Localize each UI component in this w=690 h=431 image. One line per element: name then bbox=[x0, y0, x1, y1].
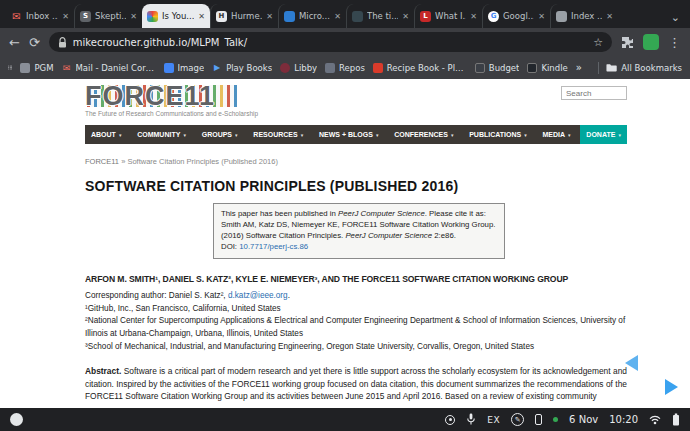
bookmark-star-icon[interactable]: ☆ bbox=[593, 36, 603, 49]
site-header: FORCE11 The Future of Research Communica… bbox=[85, 83, 627, 123]
nav-label: GROUPS bbox=[202, 131, 232, 138]
extensions-puzzle-icon[interactable] bbox=[621, 36, 634, 49]
doi-label: DOI: bbox=[221, 242, 239, 251]
nav-item-groups[interactable]: GROUPS ▾ bbox=[196, 125, 244, 144]
nav-label: NEWS + BLOGS bbox=[319, 131, 373, 138]
microphone-icon[interactable] bbox=[466, 413, 476, 426]
browser-tab-theti[interactable]: The ti... ✕ bbox=[346, 4, 414, 28]
tab-close-icon[interactable]: ✕ bbox=[266, 12, 273, 21]
tab-close-icon[interactable]: ✕ bbox=[470, 12, 477, 21]
bookmark-label: Budget bbox=[489, 63, 520, 73]
caret-down-icon: ▾ bbox=[451, 132, 454, 138]
nav-item-donate[interactable]: DONATE ▾ bbox=[580, 125, 627, 144]
lock-icon bbox=[58, 37, 67, 48]
bookmark-repos[interactable]: Repos bbox=[325, 63, 365, 73]
nav-item-publications[interactable]: PUBLICATIONS ▾ bbox=[463, 125, 533, 144]
bookmark-label: Play Books bbox=[226, 63, 272, 73]
tab-close-icon[interactable]: ✕ bbox=[62, 12, 69, 21]
browser-tab-active[interactable]: Is You... ✕ bbox=[142, 4, 210, 28]
site-tagline: The Future of Research Communications an… bbox=[85, 110, 258, 117]
browser-tab-what[interactable]: L What I... ✕ bbox=[414, 4, 482, 28]
menu-kebab-icon[interactable]: ⋮ bbox=[668, 36, 681, 49]
battery-icon bbox=[672, 413, 680, 426]
site-favicon-icon bbox=[284, 11, 295, 22]
tab-title: Is You... bbox=[162, 11, 194, 21]
site-favicon-icon: H bbox=[216, 11, 227, 22]
nav-item-about[interactable]: ABOUT ▾ bbox=[85, 125, 127, 144]
mail-icon: ✉ bbox=[62, 63, 72, 73]
bookmark-budget[interactable]: Budget bbox=[475, 63, 520, 73]
bookmark-label: PGM bbox=[34, 63, 53, 73]
force11-logo[interactable]: FORCE11 The Future of Research Communica… bbox=[85, 83, 258, 117]
nav-item-conferences[interactable]: CONFERENCES ▾ bbox=[388, 125, 459, 144]
bookmark-play-books[interactable]: ▶ Play Books bbox=[212, 63, 272, 73]
browser-tab-hurme[interactable]: H Hurme... ✕ bbox=[210, 4, 278, 28]
journal-name: PeerJ Computer Science bbox=[345, 231, 432, 240]
tab-close-icon[interactable]: ✕ bbox=[402, 12, 409, 21]
bookmark-label: Image bbox=[178, 63, 205, 73]
nav-label: ABOUT bbox=[91, 131, 116, 138]
nav-item-news-blogs[interactable]: NEWS + BLOGS ▾ bbox=[313, 125, 384, 144]
shelf-clock: 10:20 bbox=[609, 414, 638, 425]
bookmark-kindle[interactable]: Kindle bbox=[527, 63, 567, 73]
stylus-tools-icon[interactable]: ✎ bbox=[511, 413, 524, 426]
bookmark-image[interactable]: Image bbox=[164, 63, 205, 73]
launcher-button[interactable] bbox=[10, 413, 23, 426]
browser-tab-inbox[interactable]: ✉ Inbox ... ✕ bbox=[6, 4, 74, 28]
breadcrumb-current: Software Citation Principles (Published … bbox=[127, 157, 278, 166]
refresh-icon[interactable]: ⟳ bbox=[29, 36, 40, 49]
browser-tab-google[interactable]: G Googl... ✕ bbox=[482, 4, 550, 28]
all-bookmarks-button[interactable]: All Bookmarks bbox=[606, 63, 682, 73]
browser-tab-micro[interactable]: Micro... ✕ bbox=[278, 4, 346, 28]
ime-indicator[interactable]: EX bbox=[487, 415, 500, 425]
affiliation-2: ²National Center for Supercomputing Appl… bbox=[85, 315, 627, 340]
address-bar[interactable]: mikecroucher.github.io/MLPM_Talk/ ☆ bbox=[49, 32, 612, 52]
wifi-icon bbox=[649, 415, 661, 425]
affiliation-3: ³School of Mechanical, Industrial, and M… bbox=[85, 341, 627, 354]
corresponding-text: Corresponding author: Daniel S. Katz², bbox=[85, 291, 228, 300]
affiliations: ¹GitHub, Inc., San Francisco, California… bbox=[85, 303, 627, 354]
tab-close-icon[interactable]: ✕ bbox=[334, 12, 341, 21]
bookmark-recipe-book[interactable]: Recipe Book - Plan t... bbox=[373, 63, 467, 73]
slide-prev-arrow-icon[interactable] bbox=[625, 355, 638, 371]
slide-next-arrow-icon[interactable] bbox=[665, 379, 678, 395]
browser-tab-skeptics[interactable]: S Skepti... ✕ bbox=[74, 4, 142, 28]
tab-close-icon[interactable]: ✕ bbox=[130, 12, 137, 21]
nav-item-community[interactable]: COMMUNITY ▾ bbox=[131, 125, 192, 144]
screen-capture-icon[interactable] bbox=[445, 415, 455, 425]
back-icon[interactable]: ← bbox=[9, 36, 20, 49]
bookmark-pgm[interactable]: PGM bbox=[20, 63, 53, 73]
citation-box: This paper has been published in PeerJ C… bbox=[213, 203, 505, 259]
bookmark-label: Mail - Daniel Correia... bbox=[76, 63, 156, 73]
apps-grid-icon[interactable] bbox=[8, 62, 12, 73]
doi-link[interactable]: 10.7717/peerj-cs.86 bbox=[239, 242, 308, 251]
profile-avatar[interactable] bbox=[643, 34, 659, 50]
browser-tab-index[interactable]: Index ... ✕ bbox=[550, 4, 618, 28]
tab-close-icon[interactable]: ✕ bbox=[198, 12, 205, 21]
nav-item-resources[interactable]: RESOURCES ▾ bbox=[247, 125, 309, 144]
tab-strip: ✉ Inbox ... ✕ S Skepti... ✕ Is You... ✕ … bbox=[0, 0, 690, 28]
browser-toolbar: ← ⟳ mikecroucher.github.io/MLPM_Talk/ ☆ … bbox=[0, 28, 690, 56]
breadcrumb: FORCE11 » Software Citation Principles (… bbox=[85, 157, 627, 166]
bookmark-mail[interactable]: ✉ Mail - Daniel Correia... bbox=[62, 63, 156, 73]
site-favicon-icon bbox=[556, 11, 567, 22]
caret-down-icon: ▾ bbox=[376, 132, 379, 138]
email-link[interactable]: d.katz@ieee.org bbox=[228, 291, 288, 300]
site-search-input[interactable] bbox=[561, 86, 627, 100]
all-bookmarks-label: All Bookmarks bbox=[621, 63, 682, 73]
bookmarks-overflow-chevron-icon[interactable]: » bbox=[576, 62, 582, 73]
tab-list-chevron-icon[interactable]: ⌄ bbox=[671, 11, 690, 28]
google-favicon-icon: G bbox=[488, 11, 499, 22]
tab-close-icon[interactable]: ✕ bbox=[606, 12, 613, 21]
nav-label: PUBLICATIONS bbox=[469, 131, 521, 138]
authors-line: ARFON M. SMITH¹, DANIEL S. KATZ², KYLE E… bbox=[85, 274, 627, 284]
nav-item-media[interactable]: MEDIA ▾ bbox=[536, 125, 576, 144]
phone-hub-icon[interactable] bbox=[535, 414, 542, 425]
status-tray[interactable]: EX ✎ 6 Nov 10:20 bbox=[445, 413, 680, 426]
tab-title: Skepti... bbox=[95, 11, 126, 21]
breadcrumb-home-link[interactable]: FORCE11 bbox=[85, 157, 119, 166]
nav-label: CONFERENCES bbox=[394, 131, 448, 138]
tab-close-icon[interactable]: ✕ bbox=[538, 12, 545, 21]
bookmark-libby[interactable]: Libby bbox=[280, 63, 317, 73]
site-favicon-icon bbox=[352, 11, 363, 22]
